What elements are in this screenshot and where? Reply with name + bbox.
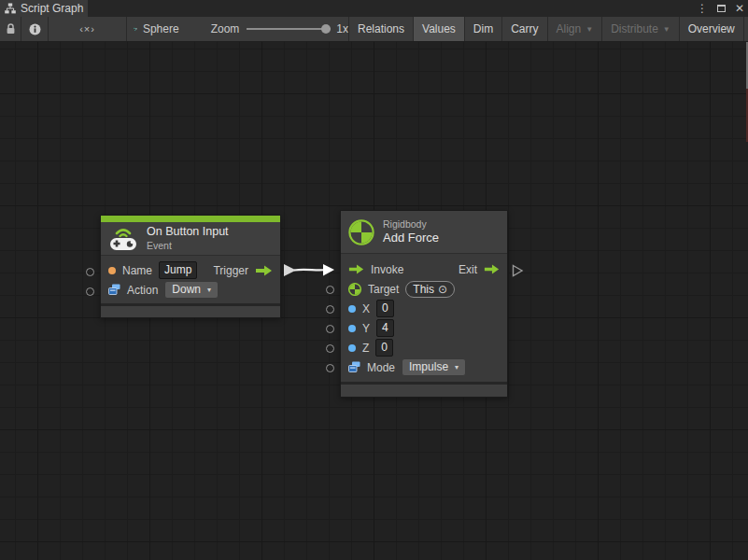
node-on-button-input[interactable]: On Button Input Event Name Jump Trigger — [100, 215, 281, 318]
flow-arrow-icon[interactable] — [348, 264, 364, 274]
menu-kebab-icon[interactable]: ⋮ — [697, 3, 708, 14]
port-row-invoke: Invoke Exit — [341, 259, 507, 279]
value-port-dot-blue[interactable] — [348, 344, 356, 352]
chevron-down-icon: ▼ — [586, 25, 593, 34]
graph-canvas[interactable]: On Button Input Event Name Jump Trigger — [0, 42, 748, 560]
chevron-down-icon: ▾ — [455, 360, 459, 374]
align-label: Align — [557, 22, 582, 35]
script-machine-icon[interactable] — [134, 22, 137, 36]
input-port-circle[interactable] — [326, 305, 334, 314]
input-port-circle[interactable] — [326, 344, 334, 353]
tab-label: Script Graph — [21, 2, 83, 15]
node-title: On Button Input — [147, 225, 229, 240]
port-row-mode: Mode Impulse ▾ — [341, 357, 507, 377]
node-subtitle: Rigidbody — [383, 218, 439, 231]
node-subtitle: Event — [147, 240, 229, 252]
zoom-slider[interactable] — [247, 17, 331, 41]
z-input[interactable]: 0 — [375, 339, 393, 357]
port-label: Target — [368, 283, 399, 296]
node-title: Add Force — [383, 231, 439, 245]
port-row-y: Y 4 — [341, 318, 507, 338]
node-body: Name Jump Trigger Action — [101, 256, 280, 303]
titlebar: Script Graph ⋮ ✕ — [0, 0, 748, 17]
node-body: Invoke Exit Target This — [341, 254, 507, 382]
hierarchy-icon — [5, 3, 16, 14]
input-port-circle[interactable] — [86, 268, 94, 276]
enum-port-icon[interactable] — [348, 361, 360, 373]
port-row-target: Target This ⊙ — [341, 279, 507, 299]
port-label: Trigger — [213, 264, 248, 277]
node-header[interactable]: On Button Input Event — [101, 222, 280, 256]
value-port-dot-blue[interactable] — [348, 305, 356, 313]
port-row-name: Name Jump Trigger — [101, 260, 280, 280]
mode-value: Impulse — [409, 360, 448, 374]
rigidbody-port-icon[interactable] — [348, 283, 361, 296]
port-label: Z — [362, 342, 369, 355]
machine-name[interactable]: Sphere — [143, 22, 179, 35]
exit-port-triangle[interactable] — [512, 264, 524, 277]
zoom-slider-thumb[interactable] — [321, 24, 331, 34]
mode-dropdown[interactable]: Impulse ▾ — [402, 358, 466, 376]
code-brackets-icon: ‹×› — [79, 23, 95, 35]
script-graph-window: Script Graph ⋮ ✕ ‹×› — [0, 0, 748, 560]
target-icon: ⊙ — [438, 283, 447, 296]
port-row-z: Z 0 — [341, 338, 507, 357]
name-input[interactable]: Jump — [159, 261, 197, 279]
value-port-dot-blue[interactable] — [348, 325, 356, 332]
node-footer — [341, 385, 507, 397]
fullscreen-button[interactable]: Full Screen — [744, 17, 748, 41]
lock-icon — [6, 23, 16, 35]
edit-source-button[interactable]: ‹×› — [49, 17, 126, 41]
input-port-circle[interactable] — [326, 325, 334, 333]
gamepad-icon — [108, 226, 138, 251]
port-label: Invoke — [371, 263, 403, 276]
port-label: X — [362, 302, 370, 315]
flow-arrow-icon[interactable] — [255, 265, 273, 276]
lock-button[interactable] — [0, 17, 21, 41]
distribute-dropdown[interactable]: Distribute ▼ — [602, 17, 679, 41]
node-accent-bar — [101, 216, 280, 222]
port-label: Action — [127, 284, 158, 297]
target-self-chip[interactable]: This ⊙ — [405, 281, 455, 298]
maximize-icon[interactable] — [717, 5, 726, 12]
distribute-label: Distribute — [611, 22, 658, 35]
connection-trigger-to-invoke[interactable] — [281, 259, 339, 282]
port-label: Y — [362, 322, 370, 335]
enum-port-icon[interactable] — [108, 284, 120, 296]
align-dropdown[interactable]: Align ▼ — [548, 17, 602, 41]
machine-segment: Sphere Zoom 1x — [127, 17, 348, 41]
x-input[interactable]: 0 — [376, 300, 394, 317]
input-port-circle[interactable] — [86, 287, 94, 296]
y-input[interactable]: 4 — [376, 319, 394, 337]
port-label: Name — [122, 264, 152, 277]
flow-arrow-icon[interactable] — [484, 264, 500, 274]
carry-button[interactable]: Carry — [502, 17, 546, 41]
window-controls: ⋮ ✕ — [697, 0, 744, 17]
graph-toolbar: ‹×› Sphere Zoom 1x Relations Values Dim … — [0, 17, 748, 42]
target-value: This — [413, 283, 434, 296]
close-icon[interactable]: ✕ — [735, 3, 744, 14]
node-titles: Rigidbody Add Force — [383, 218, 439, 245]
node-add-force[interactable]: Rigidbody Add Force Invoke Exit — [340, 210, 508, 398]
port-row-x: X 0 — [341, 299, 507, 318]
zoom-slider-track[interactable] — [247, 28, 331, 30]
action-value: Down — [172, 283, 201, 297]
info-button[interactable] — [21, 17, 48, 41]
port-label: Exit — [459, 263, 477, 276]
port-label: Mode — [367, 361, 395, 374]
rigidbody-icon — [348, 219, 374, 245]
value-port-dot-orange[interactable] — [108, 267, 116, 274]
port-row-action: Action Down ▾ — [101, 280, 280, 300]
tab-script-graph[interactable]: Script Graph — [0, 0, 88, 17]
node-footer — [101, 306, 280, 317]
node-header[interactable]: Rigidbody Add Force — [341, 211, 507, 254]
input-port-circle[interactable] — [326, 286, 334, 294]
relations-button[interactable]: Relations — [349, 17, 413, 41]
action-dropdown[interactable]: Down ▾ — [164, 281, 219, 299]
zoom-value: 1x — [336, 22, 348, 35]
overview-button[interactable]: Overview — [680, 17, 743, 41]
input-port-circle[interactable] — [326, 364, 334, 372]
dim-button[interactable]: Dim — [465, 17, 501, 41]
values-button[interactable]: Values — [414, 17, 464, 41]
node-titles: On Button Input Event — [147, 225, 229, 252]
